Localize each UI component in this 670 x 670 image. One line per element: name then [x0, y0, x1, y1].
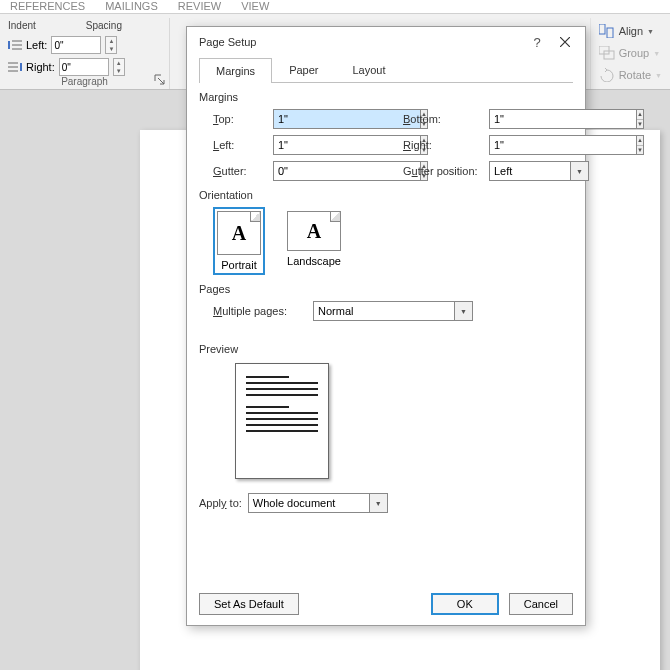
rotate-icon	[599, 68, 615, 82]
align-button[interactable]: Align ▼	[599, 20, 662, 42]
left-input[interactable]	[273, 135, 421, 155]
top-label: Top:	[213, 113, 273, 125]
preview-section-title: Preview	[199, 343, 573, 355]
apply-to-label: Apply to:	[199, 497, 242, 509]
dialog-title: Page Setup	[199, 36, 523, 48]
bottom-label: Bottom:	[403, 113, 489, 125]
page-setup-dialog: Page Setup ? Margins Paper Layout Margin…	[186, 26, 586, 626]
multiple-pages-label: Multiple pages:	[213, 305, 303, 317]
top-input[interactable]	[273, 109, 421, 129]
indent-left-spinner[interactable]: ▲▼	[105, 36, 117, 54]
indent-right-icon	[8, 61, 22, 73]
indent-left-label: Left:	[26, 39, 47, 51]
tab-layout[interactable]: Layout	[335, 57, 402, 82]
right-spinner[interactable]: ▲▼	[637, 135, 644, 155]
help-button[interactable]: ?	[523, 29, 551, 55]
svg-rect-2	[599, 24, 605, 34]
landscape-option[interactable]: A Landscape	[283, 207, 345, 275]
indent-heading: Indent	[8, 20, 36, 31]
bottom-input[interactable]	[489, 109, 637, 129]
apply-to-select[interactable]: Whole document	[248, 493, 370, 513]
dialog-tabs: Margins Paper Layout	[199, 57, 573, 83]
indent-left-icon	[8, 39, 22, 51]
indent-right-label: Right:	[26, 61, 55, 73]
multiple-pages-dropdown-icon[interactable]: ▼	[455, 301, 473, 321]
orientation-section-title: Orientation	[199, 189, 573, 201]
gutter-pos-select[interactable]: Left	[489, 161, 571, 181]
landscape-icon: A	[287, 211, 341, 251]
pages-section-title: Pages	[199, 283, 573, 295]
tab-paper[interactable]: Paper	[272, 57, 335, 82]
svg-rect-0	[8, 41, 10, 49]
group-button[interactable]: Group ▼	[599, 42, 662, 64]
portrait-option[interactable]: A Portrait	[213, 207, 265, 275]
right-input[interactable]	[489, 135, 637, 155]
bottom-spinner[interactable]: ▲▼	[637, 109, 644, 129]
cancel-button[interactable]: Cancel	[509, 593, 573, 615]
close-icon	[560, 37, 570, 47]
close-button[interactable]	[551, 29, 579, 55]
paragraph-group-label: Paragraph	[0, 76, 169, 87]
indent-right-input[interactable]	[59, 58, 109, 76]
align-icon	[599, 24, 615, 38]
indent-left-input[interactable]	[51, 36, 101, 54]
landscape-label: Landscape	[287, 255, 341, 267]
svg-rect-1	[20, 63, 22, 71]
group-icon	[599, 46, 615, 60]
ribbon-tabs: REFERENCES MAILINGS REVIEW VIEW	[0, 0, 670, 14]
svg-rect-3	[607, 28, 613, 38]
multiple-pages-select[interactable]: Normal	[313, 301, 455, 321]
portrait-label: Portrait	[221, 259, 256, 271]
ribbon-arrange-col: Align ▼ Group ▼ Rotate ▼	[591, 18, 670, 89]
dialog-titlebar: Page Setup ?	[187, 27, 585, 57]
ribbon-group-indent-spacing: Indent Spacing Left: ▲▼ Right: ▲▼ Paragr…	[0, 18, 170, 89]
apply-to-dropdown-icon[interactable]: ▼	[370, 493, 388, 513]
tab-mailings[interactable]: MAILINGS	[105, 0, 158, 13]
gutter-label: Gutter:	[213, 165, 273, 177]
gutter-pos-dropdown-icon[interactable]: ▼	[571, 161, 589, 181]
portrait-icon: A	[217, 211, 261, 255]
rotate-button[interactable]: Rotate ▼	[599, 64, 662, 86]
tab-references[interactable]: REFERENCES	[10, 0, 85, 13]
indent-right-spinner[interactable]: ▲▼	[113, 58, 125, 76]
dialog-footer: Set As Default OK Cancel	[199, 593, 573, 615]
tab-review[interactable]: REVIEW	[178, 0, 221, 13]
right-label: Right:	[403, 139, 489, 151]
tab-view[interactable]: VIEW	[241, 0, 269, 13]
gutter-pos-label: Gutter position:	[403, 165, 489, 177]
spacing-heading: Spacing	[86, 20, 122, 31]
paragraph-dialog-launcher-icon[interactable]	[153, 73, 167, 87]
tab-margins[interactable]: Margins	[199, 58, 272, 83]
ok-button[interactable]: OK	[431, 593, 499, 615]
preview-image	[235, 363, 329, 479]
gutter-input[interactable]	[273, 161, 421, 181]
left-label: Left:	[213, 139, 273, 151]
margins-section-title: Margins	[199, 91, 573, 103]
set-as-default-button[interactable]: Set As Default	[199, 593, 299, 615]
